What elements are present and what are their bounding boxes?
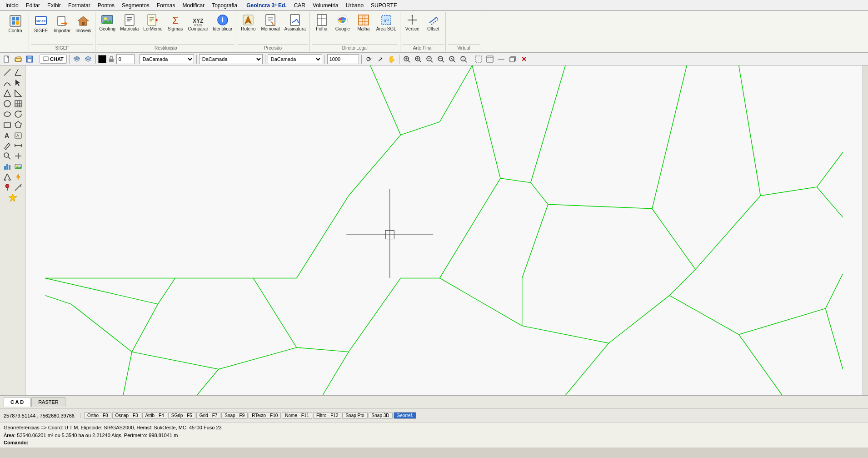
area-sgl-button[interactable]: m² Área SGL — [374, 13, 398, 32]
malha-button[interactable]: Malha — [354, 13, 374, 32]
geoimg-button[interactable]: GeoImg — [97, 13, 117, 32]
open-file-button[interactable] — [13, 54, 23, 64]
linestyle-select[interactable]: DaCamada — [199, 54, 263, 64]
importar-button[interactable]: Importar — [52, 13, 72, 34]
menu-formatar[interactable]: Formatar — [65, 1, 94, 10]
draw-angle-tool[interactable] — [13, 67, 23, 77]
color-value-input[interactable] — [116, 54, 135, 64]
google-button[interactable]: Google — [333, 13, 353, 32]
sgrip-button[interactable]: SGrip - F5 — [168, 412, 195, 419]
snap-point-button[interactable]: ↗ — [375, 54, 385, 64]
zoom-out2-button[interactable] — [436, 54, 446, 64]
color-swatch[interactable] — [98, 55, 106, 63]
window-button[interactable] — [485, 54, 495, 64]
text-tool[interactable]: A — [2, 130, 12, 140]
save-file-button[interactable] — [25, 54, 35, 64]
menu-exibir[interactable]: Exibir — [44, 1, 65, 10]
add-point-tool[interactable] — [13, 151, 23, 161]
zoom-out-button[interactable] — [424, 54, 434, 64]
zoom-scale-button[interactable]: + — [459, 54, 469, 64]
tab-cad[interactable]: C A D — [4, 397, 30, 407]
menu-car[interactable]: CAR — [290, 1, 309, 10]
zoom-in-button[interactable] — [413, 54, 423, 64]
layers-button[interactable] — [72, 54, 82, 64]
layers2-button[interactable] — [83, 54, 93, 64]
select-tool[interactable] — [13, 78, 23, 88]
menu-editar[interactable]: Editar — [22, 1, 44, 10]
layer-select[interactable]: DaCamada — [140, 54, 194, 64]
confro-button[interactable]: Confro — [5, 13, 25, 34]
rtexto-button[interactable]: RTexto - F10 — [249, 412, 281, 419]
snap-pto-button[interactable]: Snap Pto — [342, 412, 367, 419]
draw-circle-tool[interactable] — [2, 99, 12, 109]
snap-button[interactable]: Snap - F9 — [221, 412, 248, 419]
menu-urbano[interactable]: Urbano — [342, 1, 367, 10]
comparar-button[interactable]: XYZ RMS Comparar — [186, 13, 210, 32]
georref-button[interactable]: Georref. — [394, 412, 417, 419]
pan-button[interactable]: ✋ — [387, 54, 397, 64]
lightning-tool[interactable] — [13, 172, 23, 182]
image-tool[interactable] — [13, 161, 23, 171]
osnap-button[interactable]: Osnap - F3 — [112, 412, 141, 419]
imoveis-button[interactable]: Imóveis — [73, 13, 93, 34]
menu-volumetria[interactable]: Volumetria — [309, 1, 342, 10]
draw-rtriangle-tool[interactable] — [13, 88, 23, 98]
snap-angle-button[interactable]: ⟳ — [364, 54, 374, 64]
measure2-tool[interactable] — [13, 182, 23, 192]
canvas-area[interactable] — [25, 65, 863, 395]
snap-3d-button[interactable]: Snap 3D — [369, 412, 393, 419]
pin-tool[interactable] — [2, 182, 12, 192]
draw-line-tool[interactable] — [2, 67, 12, 77]
pencil-tool[interactable] — [2, 141, 12, 151]
sigef-btn[interactable]: SIGEF SIGEF — [31, 13, 51, 34]
atrib-button[interactable]: Atrib - F4 — [142, 412, 167, 419]
draw-grid-tool[interactable] — [13, 99, 23, 109]
roteiro-button[interactable]: Roteiro — [238, 13, 258, 32]
menu-pontos[interactable]: Pontos — [94, 1, 118, 10]
chat-button[interactable]: CHAT — [40, 55, 67, 64]
lermemo-button[interactable]: LerMemo — [141, 13, 164, 32]
matricula-button[interactable]: Matrícula — [118, 13, 140, 32]
ortho-button[interactable]: Ortho - F8 — [84, 412, 111, 419]
menu-modificar[interactable]: Modificar — [179, 1, 208, 10]
sigmas-button[interactable]: Σ Sigmas — [165, 13, 185, 32]
new-file-button[interactable] — [2, 54, 12, 64]
cut-tool[interactable] — [2, 172, 12, 182]
minimize-button[interactable]: — — [496, 54, 506, 64]
menu-suporte[interactable]: SUPORTE — [367, 1, 401, 10]
tab-raster[interactable]: RASTER — [31, 397, 65, 407]
identificar-button[interactable]: i Identificar — [211, 13, 234, 32]
rotate-tool[interactable] — [13, 109, 23, 119]
menu-geoincra[interactable]: GeoIncra 3ª Ed. — [243, 1, 290, 10]
offset-button[interactable]: Offset — [423, 13, 443, 32]
grid-button[interactable]: Grid - F7 — [196, 412, 220, 419]
zoom-all-button[interactable] — [447, 54, 457, 64]
filtro-button[interactable]: Filtro - F12 — [313, 412, 341, 419]
zoom-extent-button[interactable] — [402, 54, 412, 64]
scale-input[interactable] — [327, 54, 359, 64]
chart-tool[interactable] — [2, 161, 12, 171]
memorial-button[interactable]: Memorial — [259, 13, 281, 32]
star-tool[interactable] — [2, 193, 24, 203]
mtext-tool[interactable]: A — [13, 130, 23, 140]
assinatura-button[interactable]: Assinatura — [283, 13, 308, 32]
vertice-button[interactable]: Vértice — [402, 13, 422, 32]
nome-button[interactable]: Nome - F11 — [282, 412, 312, 419]
menu-segmentos[interactable]: Segmentos — [118, 1, 153, 10]
select-button[interactable] — [474, 54, 484, 64]
menu-inicio[interactable]: Início — [2, 1, 22, 10]
close-button[interactable]: ✕ — [519, 54, 529, 64]
draw-polygon-tool[interactable] — [13, 120, 23, 130]
thickness-select[interactable]: DaCamada — [268, 54, 322, 64]
draw-ellipse-tool[interactable] — [2, 109, 12, 119]
measure-tool[interactable] — [13, 141, 23, 151]
zoom-tool[interactable] — [2, 151, 12, 161]
menu-formas[interactable]: Formas — [153, 1, 179, 10]
draw-rect-tool[interactable] — [2, 120, 12, 130]
command-input[interactable] — [30, 440, 211, 445]
menu-topografia[interactable]: Topografia — [208, 1, 241, 10]
draw-arc-tool[interactable] — [2, 78, 12, 88]
restore-button[interactable] — [508, 54, 518, 64]
draw-triangle-tool[interactable] — [2, 88, 12, 98]
folha-button[interactable]: Folha — [312, 13, 332, 32]
